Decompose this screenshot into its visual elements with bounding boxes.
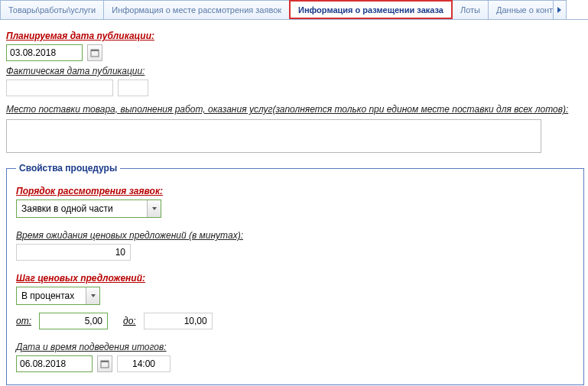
procedure-properties-legend: Свойства процедуры (16, 163, 120, 174)
form-content: Планируемая дата публикации: Фактическая… (0, 20, 588, 386)
review-order-label: Порядок рассмотрения заявок: (16, 186, 574, 196)
actual-publication-date-display (6, 79, 113, 96)
actual-publication-label: Фактическая дата публикации: (6, 66, 582, 76)
review-order-select[interactable]: Заявки в одной части (16, 199, 161, 218)
price-step-from-input[interactable] (39, 313, 108, 329)
tab-label: Информация о размещении заказа (298, 5, 443, 15)
wait-time-input[interactable] (16, 244, 131, 261)
dropdown-button[interactable] (86, 287, 99, 304)
results-date-label: Дата и время подведения итогов: (16, 342, 574, 352)
results-date-input[interactable] (16, 355, 93, 372)
wait-time-label: Время ожидания ценовых предложений (в ми… (16, 230, 574, 241)
tab-label: Данные о конт (496, 5, 553, 15)
tab-goods-works-services[interactable]: Товары\работы\услуги (0, 0, 104, 19)
from-label: от: (16, 316, 31, 326)
delivery-place-label: Место поставки товара, выполнения работ,… (6, 104, 582, 115)
chevron-down-icon (90, 294, 96, 298)
price-step-type-select[interactable]: В процентах (16, 287, 100, 305)
tab-bar: Товары\работы\услуги Информация о месте … (0, 0, 588, 20)
results-date-picker-button[interactable] (97, 355, 112, 372)
calendar-icon (90, 48, 99, 57)
dropdown-button[interactable] (147, 200, 161, 217)
calendar-icon (100, 359, 109, 368)
price-step-type-value: В процентах (21, 290, 81, 301)
price-step-to-input[interactable] (144, 313, 213, 329)
review-order-value: Заявки в одной части (21, 203, 142, 214)
arrow-right-icon (557, 6, 563, 14)
tab-contract-data[interactable]: Данные о конт (488, 0, 554, 19)
planned-date-picker-button[interactable] (87, 44, 102, 61)
svg-rect-1 (91, 50, 99, 51)
planned-publication-label: Планируемая дата публикации: (6, 31, 582, 41)
procedure-properties-fieldset: Свойства процедуры Порядок рассмотрения … (6, 163, 584, 385)
planned-publication-date-input[interactable] (6, 44, 83, 61)
tab-order-placement-info[interactable]: Информация о размещении заказа (289, 0, 453, 19)
tab-label: Информация о месте рассмотрения заявок (112, 5, 281, 15)
actual-publication-time-display (118, 79, 148, 96)
tab-label: Товары\работы\услуги (8, 5, 96, 15)
tab-lots[interactable]: Лоты (452, 0, 489, 19)
price-step-label: Шаг ценовых предложений: (16, 273, 574, 284)
tab-scroll-right-button[interactable] (553, 0, 567, 19)
tab-label: Лоты (460, 5, 480, 15)
results-time-input[interactable] (117, 355, 171, 372)
delivery-place-textarea[interactable] (6, 119, 541, 153)
chevron-down-icon (151, 206, 158, 211)
tab-review-place-info[interactable]: Информация о месте рассмотрения заявок (103, 0, 290, 19)
svg-rect-3 (101, 361, 109, 362)
to-label: до: (123, 316, 136, 326)
